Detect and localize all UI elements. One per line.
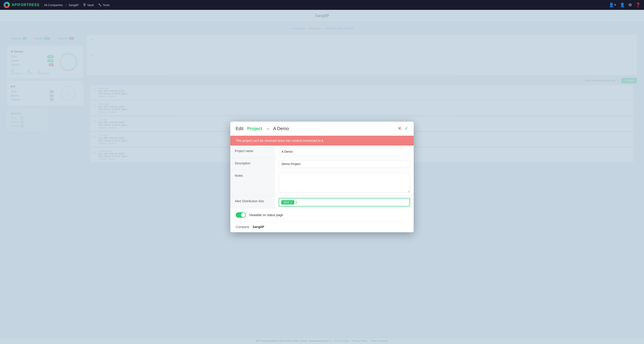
modal-confirm-button[interactable]: ✓ (404, 126, 408, 131)
alert-distribution-row: Alert Distribution lists JIRA ✕ | (230, 196, 414, 209)
logo[interactable]: APIFORTRESS (4, 2, 40, 8)
nav-vault[interactable]: 🗄 Vault (83, 3, 94, 7)
add-user-icon[interactable]: 👤+ (609, 3, 616, 8)
edit-project-modal: Edit Project » A Demo ✕ ✓ This project c… (230, 122, 414, 232)
company-value: SangitP (252, 225, 264, 229)
alert-distribution-input[interactable]: JIRA ✕ | (278, 198, 410, 207)
nav-tools[interactable]: 🔧 Tools (98, 3, 110, 7)
modal-title-project: Project (247, 126, 262, 131)
nav-all-companies[interactable]: All Companies → SangitP (44, 3, 79, 7)
jira-tag-label: JIRA (283, 201, 289, 204)
modal-title: Edit Project » A Demo (236, 126, 289, 131)
description-label: Description (230, 158, 275, 170)
page-background: SangitP ● Successes ● Failures within th… (0, 10, 644, 344)
notes-label: Notes (230, 170, 275, 196)
tools-icon: 🔧 (98, 3, 102, 7)
tag-cursor: | (296, 201, 296, 204)
logo-text: APIFORTRESS (12, 3, 40, 7)
logo-icon (4, 2, 10, 8)
top-navigation: APIFORTRESS All Companies → SangitP 🗄 Va… (0, 0, 644, 10)
modal-overlay: Edit Project » A Demo ✕ ✓ This project c… (0, 10, 644, 344)
toggle-knob (241, 213, 246, 217)
settings-icon[interactable]: ⚙ (628, 3, 632, 8)
modal-separator: » (266, 126, 270, 131)
help-icon[interactable]: ❓ (636, 3, 640, 8)
company-label: Company: (236, 225, 250, 229)
jira-tag-remove[interactable]: ✕ (290, 201, 292, 204)
notes-textarea[interactable] (278, 173, 410, 193)
toggle-label: Viewable on status page (249, 213, 283, 217)
description-input[interactable] (278, 160, 410, 168)
user-icon[interactable]: 👤 (620, 3, 625, 8)
viewable-toggle[interactable] (236, 212, 246, 218)
modal-body: Project name Description Notes (230, 145, 414, 209)
notes-row: Notes (230, 170, 414, 196)
company-row: Company: SangitP (230, 222, 414, 232)
project-name-row: Project name (230, 145, 414, 158)
toggle-row: Viewable on status page (230, 209, 414, 222)
vault-icon: 🗄 (83, 3, 86, 7)
modal-title-name: A Demo (273, 126, 289, 131)
project-name-label: Project name (230, 145, 275, 158)
alert-distribution-label: Alert Distribution lists (230, 196, 275, 209)
description-row: Description (230, 158, 414, 170)
modal-title-edit: Edit (236, 126, 243, 131)
jira-tag: JIRA ✕ (281, 200, 294, 205)
modal-header: Edit Project » A Demo ✕ ✓ (230, 122, 414, 136)
error-banner: This project can't be removed since has … (230, 136, 414, 145)
modal-close-button[interactable]: ✕ (398, 126, 402, 131)
error-message: This project can't be removed since has … (236, 139, 323, 142)
project-name-input[interactable] (278, 148, 410, 155)
nav-arrow-icon: → (64, 3, 67, 7)
nav-right-icons: 👤+ 👤 ⚙ ❓ (609, 3, 640, 8)
